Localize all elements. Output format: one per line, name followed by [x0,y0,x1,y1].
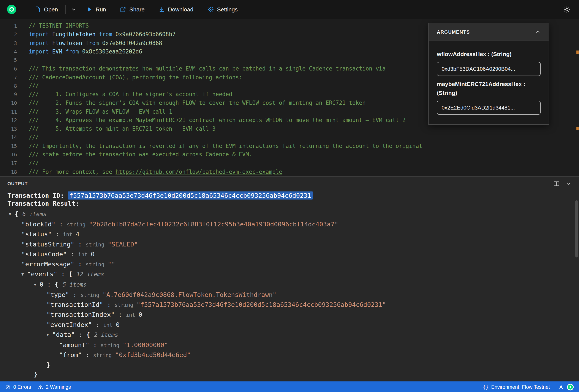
line-number: 11 [0,108,17,116]
argument-input[interactable] [437,62,541,76]
feedback-person-icon[interactable] [558,384,564,390]
transaction-id-value: f557a1573b76aa53e73d46f3e10d200d5c18a653… [68,191,313,200]
toolbar: Open Run Share [0,0,579,19]
transaction-id-line: Transaction ID: f557a1573b76aa53e73d46f3… [0,191,579,200]
code-token: // TESTNET IMPORTS [29,22,89,29]
flow-network-logo-icon[interactable] [567,383,574,390]
tree-key: "status" [21,230,52,238]
tree-colon: : [92,321,103,328]
status-bar: 0 Errors 2 Warnings {} Environment: Flow… [0,382,579,392]
tree-colon: : [56,221,67,228]
code-token: /// state before the transaction was exe… [29,151,252,158]
code-token: /// 1. Configures a COA in the signer's … [29,91,232,98]
tree-type: string [80,292,99,298]
tree-items: 2 items [94,332,118,338]
share-button[interactable]: Share [119,4,145,14]
code-line: 18/// For more context, see https://gith… [0,168,579,176]
run-button-label: Run [96,6,106,13]
tree-str: "1.00000000" [123,341,168,348]
code-token: import [29,31,49,38]
split-view-icon[interactable] [554,181,559,186]
tree-colon: : [115,311,126,318]
line-number: 2 [0,30,17,39]
code-text: /// 5. Attempts to mint an ERC721 token … [17,125,216,133]
tree-key: "transactionIndex" [47,311,115,318]
collapse-output-chevron-icon[interactable] [566,181,572,186]
output-header: OUTPUT [0,177,579,191]
tree-toggle-icon[interactable]: ▼ [34,379,36,381]
chevron-up-icon[interactable] [535,29,541,35]
code-text: // TESTNET IMPORTS [17,22,89,30]
settings-button[interactable]: Settings [207,4,238,14]
code-token: import [29,48,49,55]
line-number: 8 [0,82,17,90]
code-token: /// 5. Attempts to mint an ERC721 token … [29,125,216,132]
arguments-fields: wflowAddressHex : (String)maybeMintERC72… [429,41,549,124]
code-token: /// [29,83,39,89]
output-scrollbar-thumb[interactable] [575,200,578,257]
environment-status[interactable]: {} Environment: Flow Testnet [483,384,550,390]
transaction-result-label: Transaction Result: [7,200,79,207]
code-token: from [99,31,112,38]
code-token: 0x8c5303eaa26202d6 [82,48,142,55]
tree-toggle-icon[interactable]: ▼ [9,209,11,219]
tree-key: "blockId" [21,221,56,228]
theme-toggle-button[interactable] [563,4,571,14]
tree-items: 5 items [63,281,87,288]
tree-toggle-icon[interactable]: ▼ [34,280,36,289]
tree-toggle-icon[interactable]: ▼ [21,269,24,279]
tree-brace: } [34,371,38,378]
code-text: /// 1. Configures a COA in the signer's … [17,90,232,99]
run-button[interactable]: Run [86,4,107,14]
tree-str: "f557a1573b76aa53e73d46f3e10d200d5c18a65… [137,301,386,308]
warnings-status[interactable]: 2 Warnings [38,384,71,390]
code-editor[interactable]: 1// TESTNET IMPORTS2import FungibleToken… [0,19,579,176]
tree-type: int [63,231,72,237]
tree-key: "data" [52,331,75,338]
download-button[interactable]: Download [158,4,194,14]
code-token [79,48,82,55]
line-number: 4 [0,48,17,56]
code-text: /// [17,82,39,90]
code-token: FlowToken [52,40,82,46]
json-tree-row: "eventIndex" : int0 [0,320,579,330]
line-number: 5 [0,56,17,65]
tree-brace: [ [69,270,72,278]
tree-type: string [101,342,119,348]
arguments-panel-header[interactable]: ARGUMENTS [429,23,549,41]
tree-numv: 4 [75,230,79,238]
open-button[interactable]: Open [34,4,59,14]
tree-type: string [67,222,85,227]
app-viewport: Open Run Share [0,0,579,392]
tree-colon: : [89,341,101,348]
braces-icon: {} [483,384,489,390]
tree-numv: 0 [139,311,143,318]
tree-toggle-icon[interactable]: ▼ [47,330,49,339]
open-dropdown-button[interactable] [70,5,77,14]
code-text [17,56,29,65]
output-body[interactable]: Transaction ID: f557a1573b76aa53e73d46f3… [0,191,579,381]
tree-str: "0xfd3b4cd50d44e6ed" [115,351,191,358]
code-link[interactable]: https://github.com/onflow/batched-evm-ex… [116,168,282,175]
tree-colon: : [74,261,86,268]
tree-type: string [86,262,104,267]
argument-input[interactable] [437,101,541,115]
tree-items: 12 items [76,271,104,278]
flow-logo-icon[interactable] [7,4,17,14]
json-tree-row: } [0,360,579,369]
settings-button-label: Settings [217,6,238,13]
tree-type: string [93,352,112,358]
json-tree-row: "amount" : string"1.00000000" [0,340,579,350]
code-line: 16/// state before the transaction was e… [0,151,579,159]
code-text: /// For more context, see https://github… [17,168,282,176]
code-text: /// CadenceOwnedAccount (COA), performin… [17,73,242,82]
tree-colon: : [57,270,69,278]
errors-status[interactable]: 0 Errors [5,384,31,390]
code-text: /// 2. Funds the signer's COA with enoug… [17,99,366,108]
line-number: 17 [0,159,17,168]
line-number: 3 [0,39,17,48]
tree-str: "A.7e60df042a9c0868.FlowToken.TokensWith… [103,291,276,298]
code-token: /// Importantly, the transaction is reve… [29,143,422,149]
code-token: from [66,48,79,55]
tree-colon: : [82,351,93,358]
